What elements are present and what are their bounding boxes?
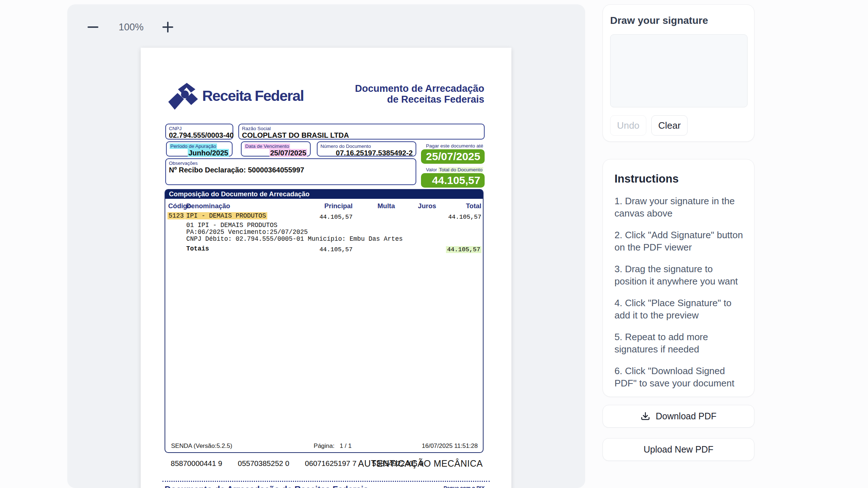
footer-timestamp: 16/07/2025 11:51:28 bbox=[422, 442, 478, 450]
valor-total-value: 44.105,57 bbox=[421, 173, 485, 188]
pdf-signer-app: 100% Receita Federal Documen bbox=[0, 0, 868, 488]
pdf-page: Receita Federal Documento de Arrecadação… bbox=[141, 48, 511, 488]
plus-icon bbox=[162, 22, 173, 33]
col-header-principal: Principal bbox=[306, 202, 353, 210]
instruction-step: 1. Draw your signature in the canvas abo… bbox=[614, 195, 743, 219]
totais-principal: 44.105,57 bbox=[306, 246, 353, 253]
logo-text: Receita Federal bbox=[202, 87, 304, 104]
zoom-in-button[interactable] bbox=[160, 20, 175, 35]
col-header-denominacao: Denominação bbox=[186, 202, 230, 210]
totais-label: Totais bbox=[186, 245, 209, 252]
razao-social-field: Razão Social COLOPLAST DO BRASIL LTDA bbox=[238, 124, 485, 140]
document-title: Documento de Arrecadação de Receitas Fed… bbox=[355, 83, 484, 105]
numero-documento-value: 07.16.25197.5385492-2 bbox=[320, 149, 413, 157]
observacoes-field: Observações Nº Recibo Declaração: 500003… bbox=[165, 158, 416, 185]
signature-panel: Draw your signature Undo Clear bbox=[603, 4, 754, 142]
razao-social-label: Razão Social bbox=[242, 126, 481, 131]
numero-documento-field: Número do Documento 07.16.25197.5385492-… bbox=[317, 141, 416, 157]
row-total: 44.105,57 bbox=[434, 214, 481, 221]
instruction-step: 6. Click "Download Signed PDF" to save y… bbox=[614, 365, 743, 389]
receita-federal-logo-icon bbox=[165, 80, 199, 111]
tear-line bbox=[162, 481, 490, 482]
next-section-title: Documento de Arrecadação de Receitas Fed… bbox=[165, 484, 368, 488]
download-pdf-button[interactable]: Download PDF bbox=[603, 405, 754, 428]
instruction-step: 4. Click "Place Signature" to add it to … bbox=[614, 297, 743, 321]
instructions-title: Instructions bbox=[614, 172, 743, 185]
periodo-apuracao-label: Período de Apuração bbox=[170, 144, 217, 149]
download-icon bbox=[641, 411, 650, 421]
col-header-multa: Multa bbox=[348, 202, 395, 210]
download-pdf-label: Download PDF bbox=[656, 411, 716, 421]
col-header-juros: Juros bbox=[389, 202, 436, 210]
zoom-level: 100% bbox=[119, 22, 144, 33]
periodo-apuracao-field: Período de Apuração Junho/2025 bbox=[166, 141, 233, 157]
row-principal: 44.105,57 bbox=[306, 214, 353, 221]
signature-panel-title: Draw your signature bbox=[610, 15, 747, 26]
col-header-total: Total bbox=[434, 202, 481, 210]
pagar-ate-value: 25/07/2025 bbox=[421, 149, 485, 164]
signature-canvas[interactable] bbox=[610, 34, 748, 107]
composicao-section-title: Composição do Documento de Arrecadação bbox=[165, 190, 483, 199]
periodo-apuracao-value: Junho/2025 bbox=[188, 149, 229, 157]
zoom-out-button[interactable] bbox=[85, 20, 101, 35]
cnpj-label: CNPJ bbox=[169, 126, 230, 131]
row-detail: 01 IPI - DEMAIS PRODUTOS bbox=[186, 222, 277, 229]
razao-social-value: COLOPLAST DO BRASIL LTDA bbox=[242, 131, 481, 140]
observacoes-value: Nº Recibo Declaração: 50000364055997 bbox=[169, 166, 413, 174]
table-footer: SENDA (Versão:5.2.5) Página: 1 / 1 16/07… bbox=[171, 442, 478, 450]
valor-total-label: Valor Total do Documento bbox=[426, 167, 483, 172]
pdf-viewer-area: 100% Receita Federal Documen bbox=[67, 4, 585, 488]
row-denominacao: IPI - DEMAIS PRODUTOS bbox=[185, 212, 267, 219]
observacoes-label: Observações bbox=[169, 160, 413, 166]
receita-federal-logo: Receita Federal bbox=[165, 80, 304, 111]
row-detail: PA:06/2025 Vencimento:25/07/2025 bbox=[186, 228, 308, 236]
data-vencimento-label: Data de Vencimento bbox=[244, 144, 290, 149]
zoom-toolbar: 100% bbox=[85, 20, 175, 35]
upload-new-pdf-button[interactable]: Upload New PDF bbox=[603, 438, 754, 461]
row-codigo: 5123 bbox=[167, 212, 185, 219]
instructions-panel: Instructions 1. Draw your signature in t… bbox=[603, 159, 754, 397]
data-vencimento-field: Data de Vencimento 25/07/2025 bbox=[241, 141, 311, 157]
autenticacao-mecanica: AUTENTICAÇÃO MECÂNICA bbox=[358, 458, 483, 469]
totais-total: 44.105,57 bbox=[434, 246, 481, 253]
pix-label: Pague com o PIX bbox=[443, 485, 485, 488]
row-detail: CNPJ Débito: 02.794.555/0005-01 Municípi… bbox=[186, 235, 403, 243]
instruction-step: 5. Repeat to add more signatures if need… bbox=[614, 331, 743, 355]
cnpj-value: 02.794.555/0003-40 bbox=[169, 131, 230, 140]
senda-version: SENDA (Versão:5.2.5) bbox=[171, 442, 232, 450]
instruction-step: 3. Drag the signature to position it any… bbox=[614, 263, 743, 287]
upload-new-pdf-label: Upload New PDF bbox=[643, 444, 713, 455]
data-vencimento-value: 25/07/2025 bbox=[269, 149, 307, 157]
clear-button[interactable]: Clear bbox=[651, 115, 688, 136]
undo-button[interactable]: Undo bbox=[610, 115, 646, 136]
cnpj-field: CNPJ 02.794.555/0003-40 bbox=[165, 124, 233, 140]
pagina-value: 1 / 1 bbox=[340, 442, 352, 449]
numero-documento-label: Número do Documento bbox=[320, 144, 413, 149]
minus-icon bbox=[88, 26, 98, 28]
composicao-table: Composição do Documento de Arrecadação C… bbox=[165, 189, 484, 453]
instruction-step: 2. Click "Add Signature" button on the P… bbox=[614, 229, 743, 253]
pagina-label: Página: bbox=[314, 442, 335, 449]
pagar-ate-label: Pagar este documento até bbox=[426, 143, 483, 149]
